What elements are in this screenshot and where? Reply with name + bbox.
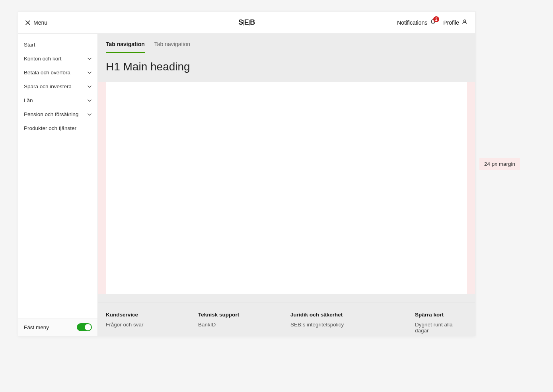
footer-heading: Juridik och säkerhet [290,312,375,318]
footer-link[interactable]: Frågor och svar [106,322,190,328]
content-wrap [98,82,475,303]
brand-logo: SEB [238,18,255,27]
svg-point-0 [463,20,465,22]
user-icon [461,19,468,26]
footer-col-legal: Juridik och säkerhet SEB:s integritetspo… [290,312,375,336]
app-window: Menu SEB Notifications 2 Profile [18,11,475,336]
notifications-button[interactable]: Notifications 2 [397,19,436,26]
footer-heading: Kundservice [106,312,190,318]
footer-heading: Spärra kort [415,312,467,318]
sidebar-item-label: Spara och investera [24,83,72,89]
tab-2[interactable]: Tab navigation [154,41,190,53]
tab-label: Tab navigation [106,41,145,47]
sidebar-item-invest[interactable]: Spara och investera [18,80,97,93]
footer-link[interactable]: Dygnet runt alla dagar [415,322,467,334]
sidebar-item-label: Start [24,42,35,48]
pin-toggle[interactable] [77,323,92,331]
sidebar-item-start[interactable]: Start [18,38,97,52]
sidebar-item-label: Lån [24,97,33,103]
close-icon [25,20,30,25]
sidebar-item-pension[interactable]: Pension och försäkring [18,107,97,121]
profile-button[interactable]: Profile [443,19,468,26]
pin-label: Fäst meny [24,324,49,330]
footer-link[interactable]: BankID [198,322,282,328]
chevron-down-icon [87,84,92,89]
sidebar-pin-row: Fäst meny [18,318,97,336]
footer-col-support: Teknisk support BankID [198,312,282,336]
tab-bar: Tab navigation Tab navigation [98,34,475,53]
chevron-down-icon [87,70,92,75]
sidebar-item-label: Produkter och tjänster [24,125,76,131]
margin-left-highlight [98,82,106,294]
sidebar-item-label: Pension och försäkring [24,111,78,117]
sidebar-item-pay[interactable]: Betala och överföra [18,66,97,80]
menu-toggle[interactable]: Menu [25,19,47,26]
footer-col-service: Kundservice Frågor och svar [106,312,190,336]
content-card [106,82,467,294]
tab-1[interactable]: Tab navigation [106,41,145,53]
sidebar: Start Konton och kort Betala och överför… [18,34,98,336]
tab-label: Tab navigation [154,41,190,47]
chevron-down-icon [87,98,92,103]
footer-link[interactable]: SEB:s integritetspolicy [290,322,375,328]
footer: Kundservice Frågor och svar Teknisk supp… [98,303,475,336]
margin-right-highlight [467,82,475,294]
main-content: Tab navigation Tab navigation H1 Main he… [98,34,475,336]
footer-col-block: Spärra kort Dygnet runt alla dagar [383,312,467,336]
sidebar-item-label: Betala och överföra [24,70,70,76]
profile-label: Profile [443,19,459,26]
header-bar: Menu SEB Notifications 2 Profile [18,12,475,34]
sidebar-item-accounts[interactable]: Konton och kort [18,52,97,66]
menu-label: Menu [33,19,47,26]
notifications-label: Notifications [397,19,427,26]
chevron-down-icon [87,112,92,117]
chevron-down-icon [87,56,92,61]
notifications-badge: 2 [433,16,439,22]
page-title: H1 Main heading [98,53,475,82]
footer-heading: Teknisk support [198,312,282,318]
sidebar-item-products[interactable]: Produkter och tjänster [18,121,97,135]
margin-annotation: 24 px margin [479,158,520,170]
sidebar-item-loans[interactable]: Lån [18,93,97,107]
sidebar-item-label: Konton och kort [24,56,62,62]
